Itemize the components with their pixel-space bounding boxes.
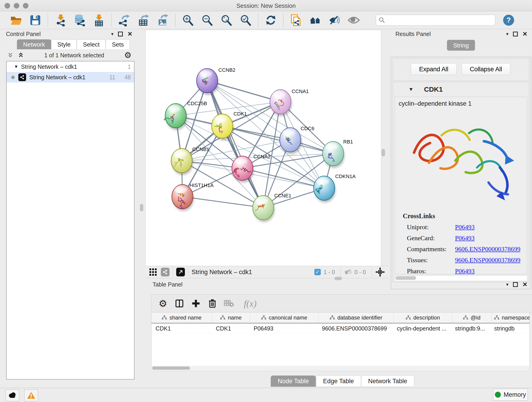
crosslink-link[interactable]: P06493 [455, 235, 475, 242]
network-node-CCNE1[interactable] [253, 196, 275, 222]
table-panel-float-icon[interactable] [513, 282, 518, 287]
network-collection-row[interactable]: ▼ String Network – cdk1 1 [7, 61, 134, 72]
zoom-fit-button[interactable] [220, 14, 233, 27]
tab-network[interactable]: Network [17, 39, 51, 49]
first-neighbors-button[interactable] [309, 14, 322, 27]
network-node-CDK1[interactable] [212, 114, 234, 140]
network-node-CDKN1A[interactable] [314, 176, 336, 203]
bottom-splitter-handle[interactable] [335, 277, 342, 280]
delete-table-button[interactable] [223, 298, 234, 309]
network-node-RB1[interactable] [323, 141, 345, 168]
function-builder-button[interactable]: f(x) [240, 298, 260, 309]
expand-all-button[interactable]: Expand All [411, 63, 457, 75]
network-row[interactable]: String Network – cdk1 11 48 [7, 72, 134, 83]
column-header-1[interactable]: name [212, 313, 250, 323]
collapse-all-chevron-icon[interactable] [7, 52, 14, 59]
tab-style[interactable]: Style [51, 39, 77, 49]
table-cell[interactable]: CDK1 [212, 323, 249, 333]
zoom-in-button[interactable] [181, 14, 194, 27]
column-header-2[interactable]: canonical name [250, 313, 318, 323]
network-node-CCNB2[interactable] [196, 69, 219, 95]
zoom-out-button[interactable] [201, 14, 214, 27]
import-network-file-button[interactable] [54, 14, 67, 27]
table-hscrollbar-thumb[interactable] [152, 366, 190, 370]
table-hscrollbar[interactable] [151, 366, 530, 371]
show-all-button[interactable] [347, 14, 360, 27]
collapse-all-button[interactable]: Collapse All [462, 63, 510, 75]
crosslink-link[interactable]: P06493 [455, 268, 475, 275]
network-canvas[interactable]: CCNB2CCNA1CDC25BCDK1CDC6RB1CCNB1CCNA2CDK… [145, 30, 381, 266]
network-node-HIST1H1A[interactable] [172, 185, 194, 211]
hide-selected-button[interactable] [328, 14, 341, 27]
new-network-from-selection-button[interactable] [290, 14, 302, 27]
node-card-header[interactable]: ▼ CDK1 [393, 82, 529, 97]
results-panel-float-icon[interactable] [513, 32, 518, 36]
column-header-4[interactable]: description [394, 313, 452, 323]
column-header-0[interactable]: shared name [152, 313, 212, 323]
memory-button[interactable]: Memory [493, 389, 528, 401]
right-splitter-handle[interactable] [382, 149, 385, 156]
network-node-CDC25B[interactable] [164, 104, 187, 130]
crosslink-link[interactable]: P06493 [455, 223, 475, 231]
column-header-5[interactable]: @id [452, 313, 491, 323]
network-share-view-icon[interactable] [161, 268, 170, 276]
table-panel-close-icon[interactable]: ✕ [522, 281, 527, 287]
left-splitter-handle[interactable] [140, 204, 143, 211]
create-column-button[interactable] [190, 298, 201, 309]
table-panel-collapse-icon[interactable]: ▾ [506, 282, 508, 287]
search-input[interactable] [387, 17, 492, 24]
network-node-CCNA1[interactable] [270, 89, 292, 116]
grid-view-icon[interactable] [149, 268, 157, 276]
import-table-button[interactable] [93, 14, 105, 27]
expand-all-chevron-icon[interactable] [17, 52, 24, 59]
table-cell[interactable]: CDK1 [152, 323, 212, 333]
column-header-3[interactable]: database identifier [318, 313, 394, 323]
table-cell[interactable]: stringdb:9... [451, 323, 490, 333]
open-in-new-window-icon[interactable] [176, 268, 185, 276]
crosslink-link[interactable]: 9606.ENSP00000378699 [455, 245, 520, 253]
table-cell[interactable]: 9606.ENSP00000378699 [318, 323, 393, 333]
tab-string[interactable]: String [447, 40, 475, 51]
table-settings-button[interactable]: ⚙ [157, 298, 168, 309]
control-panel-float-icon[interactable] [118, 32, 123, 36]
apply-layout-button[interactable] [264, 14, 277, 27]
network-edge[interactable] [182, 197, 263, 208]
tab-select[interactable]: Select [77, 39, 106, 49]
search-box[interactable] [376, 15, 495, 26]
save-session-button[interactable] [29, 14, 42, 27]
delete-column-button[interactable] [207, 298, 218, 309]
column-header-6[interactable]: namespace [491, 313, 530, 323]
table-cell[interactable]: cyclin-dependent ... [393, 323, 451, 333]
control-panel-collapse-icon[interactable]: ▾ [111, 31, 114, 37]
node-card-expander-icon[interactable]: ▼ [409, 86, 413, 92]
network-options-gear-icon[interactable]: ⚙ [124, 51, 132, 60]
network-node-CCNA2[interactable] [232, 156, 254, 183]
export-image-button[interactable] [156, 14, 169, 27]
tab-edge-table[interactable]: Edge Table [316, 375, 361, 387]
cloud-status-button[interactable] [6, 389, 19, 401]
selected-checkbox-icon[interactable]: ✓ [314, 269, 321, 275]
table-cell[interactable]: P06493 [249, 323, 318, 333]
tab-sets[interactable]: Sets [106, 39, 130, 49]
open-session-button[interactable] [10, 14, 22, 27]
show-columns-button[interactable] [174, 298, 185, 309]
control-panel-close-icon[interactable]: ✕ [127, 31, 133, 37]
table-row[interactable]: CDK1CDK1P064939606.ENSP00000378699cyclin… [152, 323, 530, 334]
crosslink-link[interactable]: 9606.ENSP00000378699 [455, 256, 520, 264]
tab-node-table[interactable]: Node Table [271, 375, 316, 387]
export-table-button[interactable] [137, 14, 150, 27]
import-network-database-button[interactable] [73, 14, 86, 27]
table-cell[interactable]: stringdb [490, 323, 530, 333]
results-panel-close-icon[interactable]: ✕ [522, 31, 527, 37]
network-node-CCNB1[interactable] [171, 148, 193, 175]
network-edge[interactable] [207, 81, 263, 208]
tab-network-table[interactable]: Network Table [361, 375, 414, 387]
warnings-button[interactable] [24, 389, 38, 401]
collection-expander-icon[interactable]: ▼ [14, 64, 18, 69]
results-panel-collapse-icon[interactable]: ▾ [506, 31, 508, 37]
zoom-selected-button[interactable] [239, 14, 252, 27]
birds-eye-pan-icon[interactable] [375, 267, 385, 277]
help-button[interactable]: ? [503, 15, 514, 26]
results-hscrollbar-thumb[interactable] [395, 276, 416, 280]
export-network-button[interactable] [118, 14, 131, 27]
